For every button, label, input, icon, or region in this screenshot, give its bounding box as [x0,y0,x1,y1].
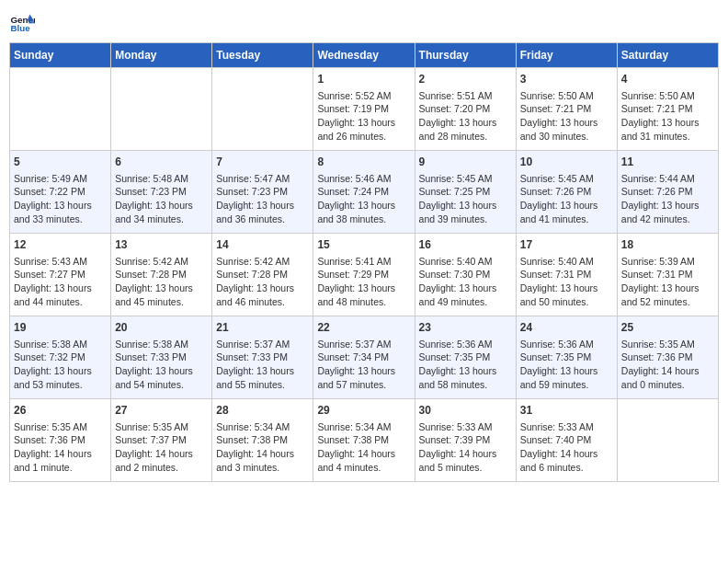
day-info: Daylight: 14 hours [216,447,309,461]
day-info: Sunset: 7:28 PM [216,268,309,282]
day-info: Daylight: 13 hours [216,199,309,213]
day-number: 24 [520,320,613,336]
calendar-day: 6Sunrise: 5:48 AMSunset: 7:23 PMDaylight… [111,151,212,234]
day-info: and 30 minutes. [520,130,613,144]
calendar-week-row: 26Sunrise: 5:35 AMSunset: 7:36 PMDayligh… [10,399,719,482]
day-info: Sunrise: 5:35 AM [115,420,208,434]
day-info: Sunrise: 5:38 AM [115,338,208,351]
day-number: 6 [115,155,208,170]
day-info: Sunrise: 5:51 AM [419,89,512,103]
day-info: and 55 minutes. [216,378,309,392]
calendar-day: 28Sunrise: 5:34 AMSunset: 7:38 PMDayligh… [212,399,313,482]
day-info: Sunset: 7:29 PM [317,268,410,282]
day-info: Sunset: 7:30 PM [419,268,512,282]
day-number: 23 [419,320,512,336]
day-number: 26 [14,403,107,419]
day-info: Sunset: 7:38 PM [317,433,410,447]
day-info: Sunset: 7:27 PM [14,268,107,282]
day-info: Sunrise: 5:39 AM [621,255,714,269]
day-info: Sunset: 7:31 PM [520,268,613,282]
calendar-day: 7Sunrise: 5:47 AMSunset: 7:23 PMDaylight… [212,151,313,234]
day-info: Daylight: 13 hours [115,364,208,378]
day-info: Sunrise: 5:52 AM [317,89,410,103]
day-info: Daylight: 13 hours [14,282,107,295]
day-info: and 26 minutes. [317,130,410,144]
calendar-day: 8Sunrise: 5:46 AMSunset: 7:24 PMDaylight… [313,151,415,234]
day-info: Daylight: 14 hours [621,364,714,378]
calendar-day: 4Sunrise: 5:50 AMSunset: 7:21 PMDaylight… [617,68,718,151]
day-info: and 49 minutes. [419,295,512,309]
day-info: Sunrise: 5:33 AM [419,420,512,434]
calendar-day: 3Sunrise: 5:50 AMSunset: 7:21 PMDaylight… [516,68,617,151]
day-info: Sunset: 7:37 PM [115,433,208,447]
day-info: Sunset: 7:23 PM [115,185,208,199]
day-info: Daylight: 14 hours [14,447,107,461]
day-info: and 28 minutes. [419,130,512,144]
calendar-day: 27Sunrise: 5:35 AMSunset: 7:37 PMDayligh… [111,399,212,482]
calendar-day: 20Sunrise: 5:38 AMSunset: 7:33 PMDayligh… [111,316,212,399]
calendar-day: 17Sunrise: 5:40 AMSunset: 7:31 PMDayligh… [516,234,617,316]
calendar-week-row: 19Sunrise: 5:38 AMSunset: 7:32 PMDayligh… [10,316,719,399]
day-info: Sunset: 7:31 PM [621,268,714,282]
day-info: and 58 minutes. [419,378,512,392]
day-info: Sunset: 7:21 PM [520,102,613,116]
calendar-day: 11Sunrise: 5:44 AMSunset: 7:26 PMDayligh… [617,151,718,234]
day-info: Sunrise: 5:38 AM [14,338,107,351]
day-number: 22 [317,320,410,336]
day-info: Sunrise: 5:34 AM [216,420,309,434]
day-number: 15 [317,237,410,253]
calendar-week-row: 1Sunrise: 5:52 AMSunset: 7:19 PMDaylight… [10,68,719,151]
day-info: Sunrise: 5:50 AM [520,89,613,103]
calendar-day: 21Sunrise: 5:37 AMSunset: 7:33 PMDayligh… [212,316,313,399]
calendar-day: 18Sunrise: 5:39 AMSunset: 7:31 PMDayligh… [617,234,718,316]
day-info: and 50 minutes. [520,295,613,309]
day-info: and 42 minutes. [621,213,714,226]
day-info: Sunset: 7:24 PM [317,185,410,199]
calendar-week-row: 12Sunrise: 5:43 AMSunset: 7:27 PMDayligh… [10,234,719,316]
weekday-sunday: Sunday [10,43,111,68]
day-info: Sunrise: 5:37 AM [216,338,309,351]
calendar-day: 12Sunrise: 5:43 AMSunset: 7:27 PMDayligh… [10,234,111,316]
day-number: 16 [419,237,512,253]
day-info: and 0 minutes. [621,378,714,392]
day-number: 18 [621,237,714,253]
day-info: and 54 minutes. [115,378,208,392]
day-info: Sunrise: 5:36 AM [419,338,512,351]
day-info: and 46 minutes. [216,295,309,309]
day-info: Daylight: 13 hours [419,116,512,130]
day-info: Daylight: 13 hours [419,282,512,295]
calendar-table: SundayMondayTuesdayWednesdayThursdayFrid… [9,42,719,482]
day-info: Sunrise: 5:34 AM [317,420,410,434]
day-info: Sunset: 7:38 PM [216,433,309,447]
day-info: Sunrise: 5:42 AM [216,255,309,269]
day-info: and 2 minutes. [115,461,208,475]
weekday-wednesday: Wednesday [313,43,415,68]
day-info: and 53 minutes. [14,378,107,392]
day-info: and 39 minutes. [419,213,512,226]
day-info: Sunrise: 5:36 AM [520,338,613,351]
day-info: and 44 minutes. [14,295,107,309]
day-info: Daylight: 13 hours [317,116,410,130]
day-number: 29 [317,403,410,419]
day-info: Daylight: 13 hours [317,199,410,213]
day-info: Sunrise: 5:48 AM [115,172,208,186]
day-info: Sunrise: 5:33 AM [520,420,613,434]
day-info: Sunrise: 5:40 AM [520,255,613,269]
day-info: Sunset: 7:36 PM [14,433,107,447]
day-info: Daylight: 14 hours [520,447,613,461]
day-number: 8 [317,155,410,170]
calendar-day: 10Sunrise: 5:45 AMSunset: 7:26 PMDayligh… [516,151,617,234]
day-info: Daylight: 13 hours [621,282,714,295]
weekday-thursday: Thursday [415,43,516,68]
day-info: Daylight: 13 hours [14,364,107,378]
day-number: 19 [14,320,107,336]
day-info: Daylight: 13 hours [115,199,208,213]
day-info: Daylight: 13 hours [520,199,613,213]
calendar-week-row: 5Sunrise: 5:49 AMSunset: 7:22 PMDaylight… [10,151,719,234]
day-number: 30 [419,403,512,419]
weekday-monday: Monday [111,43,212,68]
calendar-day: 1Sunrise: 5:52 AMSunset: 7:19 PMDaylight… [313,68,415,151]
day-number: 13 [115,237,208,253]
day-info: Sunset: 7:34 PM [317,350,410,364]
day-info: Sunset: 7:21 PM [621,102,714,116]
